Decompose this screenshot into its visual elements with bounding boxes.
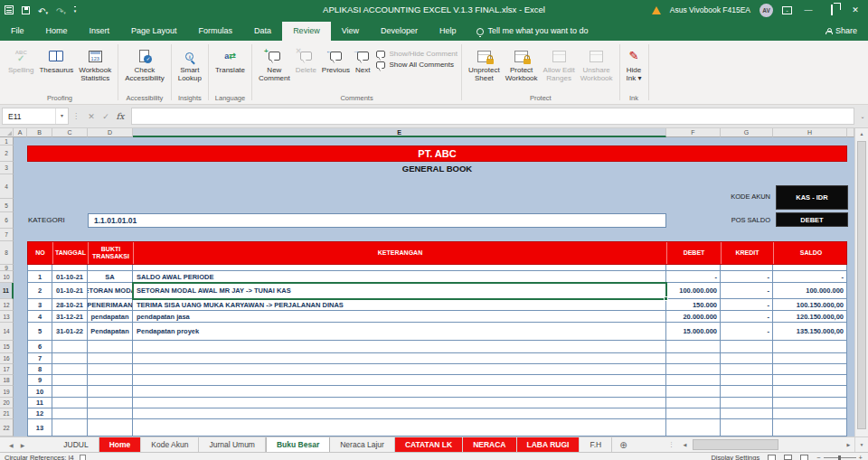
row-header[interactable]: 20	[0, 398, 14, 408]
spelling-button[interactable]: ABC✓ Spelling	[5, 44, 36, 76]
grid-cell[interactable]: Pendapatan proyek	[133, 323, 666, 341]
scroll-up-icon[interactable]: ▲	[855, 128, 868, 139]
sheet-nav-right-icon[interactable]: ▶	[21, 442, 25, 448]
grid-cell[interactable]	[133, 265, 666, 271]
show-all-comments-button[interactable]: Show All Comments	[376, 61, 458, 69]
sheet-tab-home[interactable]: Home	[99, 437, 142, 452]
grid-cell[interactable]: -	[773, 271, 847, 283]
grid-cell[interactable]	[52, 419, 88, 437]
sheet-tab-laba-rugi[interactable]: LABA RUGI	[517, 437, 580, 452]
grid-cell[interactable]: TERIMA SISA UANG MUKA KARYAWAN -> PERJAL…	[133, 299, 666, 311]
avatar[interactable]: AV	[760, 4, 773, 17]
formula-input[interactable]	[131, 108, 854, 125]
grid-cell[interactable]	[773, 398, 847, 408]
grid-cell[interactable]: 15.000.000	[666, 323, 721, 341]
grid-cell[interactable]	[721, 398, 773, 408]
grid-cell[interactable]	[52, 341, 88, 353]
column-header[interactable]: G	[721, 128, 773, 137]
tab-splitter[interactable]: ⋮	[665, 437, 677, 452]
grid-cell[interactable]	[773, 341, 847, 353]
scroll-left-icon[interactable]: ◀	[679, 437, 691, 453]
header-no[interactable]: NO	[28, 242, 53, 264]
grid-cell[interactable]	[52, 353, 88, 364]
grid-cell[interactable]	[133, 341, 666, 353]
grid-cell[interactable]: 12	[27, 408, 52, 419]
grid-cell[interactable]: 135.150.000,00	[773, 323, 847, 341]
grid-cell[interactable]	[666, 419, 721, 437]
normal-view-icon[interactable]	[768, 455, 776, 460]
cancel-entry-icon[interactable]: ✕	[84, 112, 99, 121]
grid-cell[interactable]: 7	[27, 353, 52, 364]
unshare-workbook-button[interactable]: Unshare Workbook	[578, 44, 616, 84]
grid-cell[interactable]	[773, 408, 847, 419]
display-settings-button[interactable]: Display Settings	[711, 454, 760, 460]
grid-cell[interactable]: 13	[27, 419, 52, 437]
grid-cell[interactable]: pendapatan jasa	[133, 311, 666, 323]
column-header[interactable]: H	[773, 128, 847, 137]
grid-cell[interactable]	[52, 398, 88, 408]
customize-qat-icon[interactable]: ▾	[74, 6, 77, 14]
horizontal-scrollbar-track[interactable]	[691, 437, 843, 453]
horizontal-scrollbar-thumb[interactable]	[693, 439, 778, 450]
tab-help[interactable]: Help	[429, 22, 467, 41]
circular-references-status[interactable]: Circular References: I4	[5, 454, 74, 460]
grid-cell[interactable]	[721, 419, 773, 437]
horizontal-scrollbar[interactable]: ◀ ▶	[679, 437, 854, 452]
kategori-input[interactable]: 1.1.01.01.01	[88, 213, 666, 228]
header-keterangan[interactable]: KETERANGAN	[134, 242, 667, 264]
redo-button[interactable]: ↷▾	[56, 2, 66, 18]
grid-cell[interactable]: 1	[27, 271, 52, 283]
grid-cell[interactable]	[666, 364, 721, 375]
grid-cell[interactable]	[721, 408, 773, 419]
grid-cell[interactable]	[52, 408, 88, 419]
row-header[interactable]: 2	[0, 146, 14, 162]
formula-bar-splitter[interactable]: ⋮	[69, 112, 84, 120]
select-all-corner[interactable]	[0, 128, 14, 137]
thesaurus-button[interactable]: Thesaurus	[36, 44, 76, 76]
grid-cell[interactable]	[666, 386, 721, 398]
header-bukti-transaksi[interactable]: BUKTI TRANSAKSI	[89, 242, 134, 264]
grid-cell[interactable]	[133, 386, 666, 398]
grid-cell-selected[interactable]: SETORAN MODAL AWAL MR JAY -> TUNAI KAS	[133, 283, 666, 299]
row-header[interactable]: 7	[0, 229, 14, 241]
delete-comment-button[interactable]: ✕ Delete	[293, 44, 319, 76]
grid-cell[interactable]	[773, 419, 847, 437]
grid-cell[interactable]	[133, 364, 666, 375]
grid-cell[interactable]: 100.150.000,00	[773, 299, 847, 311]
row-header[interactable]: 16	[0, 353, 14, 364]
grid-cell[interactable]: Pendapatan	[88, 323, 133, 341]
grid-cell[interactable]	[773, 375, 847, 386]
grid-cell[interactable]: -	[721, 299, 773, 311]
header-tanggal[interactable]: TANGGAL	[53, 242, 89, 264]
smart-lookup-button[interactable]: i Smart Lookup	[175, 44, 204, 84]
app-icon[interactable]	[5, 5, 14, 14]
grid-cell[interactable]	[88, 386, 133, 398]
row-header[interactable]: 13	[0, 311, 14, 323]
check-accessibility-button[interactable]: ✓ Check Accessibility	[122, 44, 167, 84]
grid-cell[interactable]: SALDO AWAL PERIODE	[133, 271, 666, 283]
row-header[interactable]: 8	[0, 241, 14, 265]
grid-cell[interactable]	[27, 265, 52, 271]
tab-file[interactable]: File	[0, 22, 35, 41]
grid-cell[interactable]: PENERIMAAN	[88, 299, 133, 311]
sheet-tab-fh[interactable]: F.H	[580, 437, 612, 452]
tab-formulas[interactable]: Formulas	[188, 22, 244, 41]
grid-cell[interactable]	[133, 375, 666, 386]
share-button[interactable]: Share	[826, 22, 868, 41]
insert-function-icon[interactable]: fx	[113, 111, 127, 121]
grid-cell[interactable]: 120.150.000,00	[773, 311, 847, 323]
grid-cell[interactable]	[721, 353, 773, 364]
grid-cell[interactable]: 150.000	[666, 299, 721, 311]
grid-cell[interactable]	[666, 408, 721, 419]
row-header-selected[interactable]: 11	[0, 283, 14, 299]
grid-cell[interactable]	[88, 419, 133, 437]
grid-cell[interactable]	[133, 353, 666, 364]
sheet-tab-neraca-lajur[interactable]: Neraca Lajur	[330, 437, 395, 452]
tab-developer[interactable]: Developer	[370, 22, 429, 41]
sheet-nav-left-icon[interactable]: ◀	[9, 442, 14, 448]
macro-record-icon[interactable]	[80, 455, 86, 460]
grid-cell[interactable]: -	[721, 323, 773, 341]
grid-cell[interactable]: 5	[27, 323, 52, 341]
tab-insert[interactable]: Insert	[79, 22, 121, 41]
row-header[interactable]: 4	[0, 174, 14, 199]
